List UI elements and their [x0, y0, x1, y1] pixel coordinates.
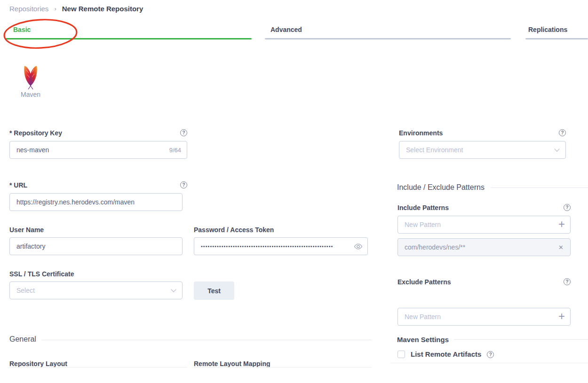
tab-replications[interactable]: Replications: [528, 26, 567, 33]
ssl-certificate-placeholder: Select: [16, 287, 35, 294]
environments-help-icon[interactable]: ?: [559, 129, 566, 136]
test-button[interactable]: Test: [194, 281, 234, 300]
environments-label: Environments: [399, 129, 443, 137]
include-exclude-section-header: Include / Exclude Patterns: [397, 183, 485, 192]
exclude-patterns-field: +: [397, 308, 571, 326]
environments-select[interactable]: Select Environment: [399, 141, 566, 159]
ssl-certificate-label: SSL / TLS Certificate: [9, 270, 74, 278]
list-remote-artifacts-help-icon[interactable]: ?: [487, 351, 494, 358]
environments-label-row: Environments ?: [399, 129, 566, 137]
clipped-edge-line-mid: [194, 367, 372, 367]
general-section-header: General: [9, 335, 36, 344]
breadcrumb: Repositories › New Remote Repository: [9, 5, 143, 13]
environments-placeholder: Select Environment: [406, 146, 463, 154]
include-patterns-label: Include Patterns: [397, 204, 449, 211]
repository-key-field: 9/64: [9, 141, 187, 159]
add-include-pattern-icon[interactable]: +: [558, 218, 565, 231]
tab-basic[interactable]: Basic: [13, 26, 31, 33]
list-remote-artifacts-row: List Remote Artifacts ?: [397, 351, 494, 358]
show-password-eye-icon[interactable]: [354, 243, 363, 250]
remote-layout-mapping-label-clipped: Remote Layout Mapping: [194, 360, 372, 367]
exclude-patterns-label-row: Exclude Patterns ?: [397, 278, 571, 286]
include-patterns-field: +: [397, 216, 571, 234]
tab-replications-underline: [525, 38, 588, 39]
include-patterns-help-icon[interactable]: ?: [564, 204, 571, 211]
url-help-icon[interactable]: ?: [180, 181, 187, 188]
url-label-row: * URL ?: [9, 181, 187, 189]
user-name-field: [9, 237, 183, 255]
clipped-edge-line-left: [9, 367, 187, 367]
url-label: * URL: [9, 181, 27, 189]
exclude-patterns-label: Exclude Patterns: [397, 278, 451, 286]
general-section-divider: [41, 340, 372, 340]
tab-advanced[interactable]: Advanced: [270, 26, 302, 33]
include-exclude-section-divider: [491, 188, 588, 188]
include-pattern-chip: com/herodevs/nes/** ✕: [397, 238, 571, 256]
url-field: [9, 193, 183, 211]
repository-layout-label-clipped: Repository Layout: [9, 360, 187, 367]
chevron-down-icon: [554, 146, 559, 151]
package-type-label: Maven: [9, 91, 52, 98]
user-name-input[interactable]: [9, 237, 183, 255]
include-pattern-input[interactable]: [397, 216, 571, 234]
url-input[interactable]: [9, 193, 183, 211]
maven-settings-section-header: Maven Settings: [397, 336, 449, 344]
chevron-down-icon: [171, 287, 176, 292]
repository-key-label-row: * Repository Key ?: [9, 129, 187, 137]
breadcrumb-chevron-icon: ›: [54, 5, 56, 12]
include-pattern-value: com/herodevs/nes/**: [405, 243, 465, 251]
red-circle-annotation: [1, 17, 80, 51]
password-input[interactable]: [194, 237, 368, 255]
clipped-edge-line-right: [390, 363, 588, 363]
add-exclude-pattern-icon[interactable]: +: [558, 310, 565, 323]
password-field: [194, 237, 368, 255]
tab-basic-underline: [5, 38, 252, 39]
maven-feathers-icon: [21, 65, 40, 90]
list-remote-artifacts-label: List Remote Artifacts: [411, 351, 481, 358]
user-name-label: User Name: [9, 226, 44, 234]
repository-key-help-icon[interactable]: ?: [180, 129, 187, 136]
password-label: Password / Access Token: [194, 226, 274, 234]
ssl-certificate-select[interactable]: Select: [9, 281, 183, 299]
new-remote-repository-page: Repositories › New Remote Repository Bas…: [0, 0, 588, 383]
include-patterns-label-row: Include Patterns ?: [397, 204, 571, 211]
repository-key-label: * Repository Key: [9, 129, 62, 137]
exclude-pattern-input[interactable]: [397, 308, 571, 326]
exclude-patterns-help-icon[interactable]: ?: [564, 278, 571, 285]
remove-pattern-close-icon[interactable]: ✕: [558, 244, 564, 251]
repository-key-input[interactable]: [9, 141, 187, 159]
page-title: New Remote Repository: [62, 5, 143, 13]
breadcrumb-repositories-link[interactable]: Repositories: [9, 5, 48, 13]
maven-settings-section-divider: [454, 339, 588, 340]
list-remote-artifacts-checkbox[interactable]: [397, 351, 405, 358]
tab-advanced-underline: [265, 38, 511, 39]
